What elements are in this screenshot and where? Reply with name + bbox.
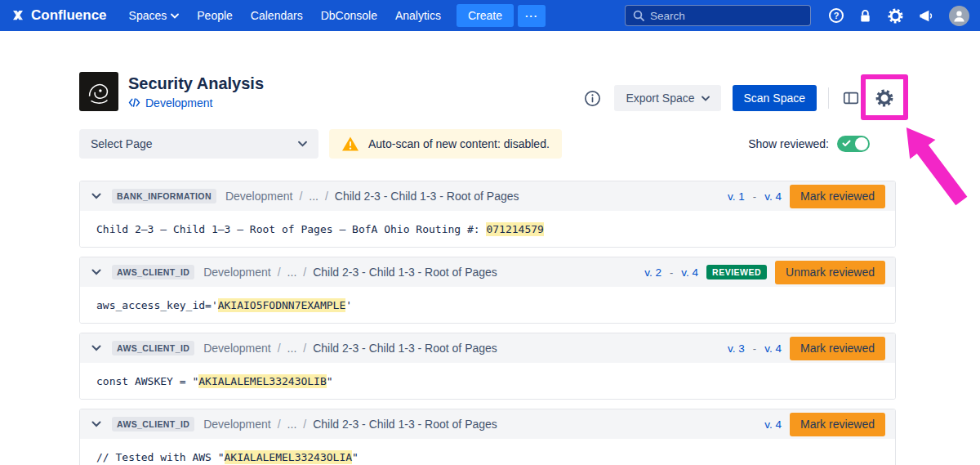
help-button[interactable]: ? <box>829 8 844 23</box>
settings-button[interactable] <box>887 7 904 25</box>
search-icon <box>633 10 644 21</box>
top-navigation: Spaces People Calendars DbConsole Analyt… <box>120 0 450 31</box>
breadcrumb-page[interactable]: Child 2-3 - Child 1-3 - Root of Pages <box>313 266 497 279</box>
board-layout-icon <box>842 89 860 107</box>
unmark-reviewed-button[interactable]: Unmark reviewed <box>775 261 885 284</box>
board-view-button[interactable] <box>840 87 862 109</box>
finding-card: AWS_CLIENT_ID Development / ... / Child … <box>79 257 896 324</box>
info-icon <box>584 90 601 107</box>
version-to-link[interactable]: v. 4 <box>764 342 782 355</box>
confluence-logo-icon <box>11 8 25 23</box>
show-reviewed-toggle[interactable] <box>837 136 870 152</box>
nav-calendars[interactable]: Calendars <box>242 0 312 31</box>
page-title: Security Analysis <box>128 74 264 93</box>
admin-lock-button[interactable] <box>858 8 872 24</box>
finding-snippet: aws_access_key_id='AKIAIO5FODNN7EXAMPLE' <box>96 298 352 312</box>
breadcrumb: Development / ... / Child 2-3 - Child 1-… <box>203 266 497 279</box>
finding-body: aws_access_key_id='AKIAIO5FODNN7EXAMPLE' <box>80 287 895 323</box>
breadcrumb-space[interactable]: Development <box>203 266 271 279</box>
breadcrumb-separator: / <box>303 266 306 279</box>
feedback-button[interactable] <box>919 8 934 24</box>
collapse-toggle[interactable] <box>90 343 103 353</box>
avatar <box>949 6 969 26</box>
version-separator: - <box>753 190 756 203</box>
check-icon <box>842 140 851 147</box>
nav-people[interactable]: People <box>188 0 242 31</box>
finding-snippet: const AWSKEY = "AKIALALEMEL33243OLIB" <box>96 374 333 388</box>
version-to-link[interactable]: v. 4 <box>764 190 782 203</box>
nav-dbconsole[interactable]: DbConsole <box>312 0 386 31</box>
more-button[interactable]: ··· <box>518 5 546 27</box>
breadcrumb-ellipsis[interactable]: ... <box>287 418 297 431</box>
select-page-dropdown[interactable]: Select Page <box>79 129 318 159</box>
secret-highlight: AKIALALEMEL33243OLIA <box>225 450 353 464</box>
info-button[interactable] <box>582 88 603 109</box>
annotation-arrow <box>902 123 973 210</box>
divider <box>828 87 829 109</box>
mark-reviewed-button[interactable]: Mark reviewed <box>790 413 885 436</box>
show-reviewed-label: Show reviewed: <box>748 137 829 150</box>
version-from-link[interactable]: v. 2 <box>644 266 662 279</box>
finding-body: // Tested with AWS "AKIALALEMEL33243OLIA… <box>80 439 895 465</box>
secret-highlight: 071214579 <box>486 222 543 236</box>
version-from-link[interactable]: v. 1 <box>728 190 745 203</box>
mark-reviewed-button[interactable]: Mark reviewed <box>790 337 885 360</box>
collapse-toggle[interactable] <box>90 419 103 429</box>
export-space-button[interactable]: Export Space <box>614 85 720 111</box>
search-box[interactable] <box>625 5 811 26</box>
brand-name: Confluence <box>31 7 107 24</box>
findings-list: BANK_INFORMATION Development / ... / Chi… <box>79 181 896 465</box>
gear-icon <box>875 88 894 108</box>
breadcrumb-page[interactable]: Child 2-3 - Child 1-3 - Root of Pages <box>335 190 519 203</box>
breadcrumb-ellipsis[interactable]: ... <box>287 342 297 355</box>
chevron-down-icon <box>91 193 101 199</box>
space-header: Security Analysis Development <box>79 72 896 111</box>
breadcrumb: Development / ... / Child 2-3 - Child 1-… <box>203 418 497 431</box>
breadcrumb-space[interactable]: Development <box>225 190 293 203</box>
finding-actions: v. 2 - v. 4 REVIEWED Unmark reviewed <box>644 261 885 284</box>
breadcrumb-space[interactable]: Development <box>203 342 271 355</box>
nav-spaces[interactable]: Spaces <box>120 0 189 31</box>
breadcrumb-separator: / <box>299 190 302 203</box>
confluence-home-link[interactable]: Confluence <box>11 7 107 24</box>
create-button[interactable]: Create <box>457 4 514 27</box>
code-brackets-icon <box>128 98 140 107</box>
nav-analytics[interactable]: Analytics <box>386 0 450 31</box>
breadcrumb: Development / ... / Child 2-3 - Child 1-… <box>225 190 519 203</box>
title-block: Security Analysis Development <box>79 72 264 111</box>
breadcrumb-separator: / <box>278 418 281 431</box>
version-from-link[interactable]: v. 4 <box>764 418 782 431</box>
breadcrumb-space[interactable]: Development <box>203 418 271 431</box>
reviewed-badge: REVIEWED <box>706 265 767 279</box>
collapse-toggle[interactable] <box>90 267 103 277</box>
space-link[interactable]: Development <box>145 96 213 110</box>
chevron-down-icon <box>91 421 101 427</box>
help-icon: ? <box>829 8 844 23</box>
breadcrumb-ellipsis[interactable]: ... <box>287 266 297 279</box>
breadcrumb-ellipsis[interactable]: ... <box>309 190 318 203</box>
scan-space-button[interactable]: Scan Space <box>733 85 817 111</box>
chevron-down-icon <box>171 13 179 19</box>
breadcrumb-page[interactable]: Child 2-3 - Child 1-3 - Root of Pages <box>313 418 497 431</box>
gear-icon <box>887 7 904 25</box>
breadcrumb-separator: / <box>303 418 306 431</box>
lock-icon <box>858 8 872 24</box>
version-to-link[interactable]: v. 4 <box>681 266 698 279</box>
finding-snippet: Child 2–3 – Child 1–3 – Root of Pages – … <box>96 222 544 236</box>
collapse-toggle[interactable] <box>90 191 103 201</box>
chevron-down-icon <box>298 141 307 147</box>
finding-header: AWS_CLIENT_ID Development / ... / Child … <box>80 333 895 363</box>
version-from-link[interactable]: v. 3 <box>728 342 745 355</box>
chevron-down-icon <box>91 345 101 351</box>
finding-card: AWS_CLIENT_ID Development / ... / Child … <box>79 409 896 465</box>
space-settings-button[interactable] <box>873 87 896 110</box>
space-actions: Export Space Scan Space <box>582 85 896 111</box>
profile-button[interactable] <box>949 6 969 26</box>
breadcrumb-page[interactable]: Child 2-3 - Child 1-3 - Root of Pages <box>313 342 497 355</box>
search-input[interactable] <box>650 10 803 22</box>
mark-reviewed-button[interactable]: Mark reviewed <box>790 185 885 208</box>
space-avatar <box>79 72 118 111</box>
titles: Security Analysis Development <box>128 74 264 110</box>
finding-snippet: // Tested with AWS "AKIALALEMEL33243OLIA… <box>96 450 359 464</box>
finding-card: AWS_CLIENT_ID Development / ... / Child … <box>79 333 896 400</box>
